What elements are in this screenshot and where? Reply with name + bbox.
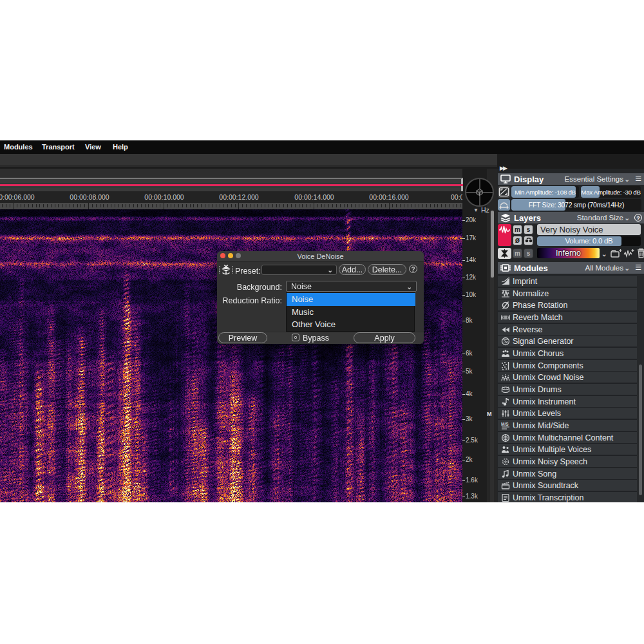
svg-text:M/S: M/S (501, 421, 509, 426)
